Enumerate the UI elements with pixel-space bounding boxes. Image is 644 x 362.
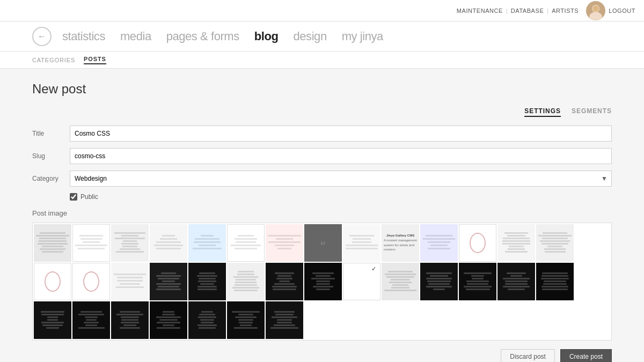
public-label: Public [80,193,98,201]
nav-item-statistics[interactable]: statistics [62,29,105,43]
nav-item-blog[interactable]: blog [254,29,279,43]
title-label: Title [32,130,70,137]
category-select[interactable]: Webdesign Development Design Other [70,171,612,187]
list-item[interactable] [382,263,419,300]
sub-nav: CATEGORIES POSTS [0,51,644,69]
page-title: New post [32,82,612,97]
image-grid: LrJinya Gallery CMSA content management … [33,223,611,340]
nav-item-pages-forms[interactable]: pages & forms [166,29,239,43]
list-item[interactable] [536,263,574,300]
topbar: MAINTENANCE | DATABASE | ARTISTS LOGOUT [0,0,644,21]
list-item[interactable] [420,224,458,262]
list-item[interactable] [188,224,226,262]
list-item[interactable] [459,224,496,262]
category-select-wrapper: Webdesign Development Design Other ▼ [70,171,612,187]
nav-item-my-jinya[interactable]: my jinya [342,29,383,43]
sep2: | [547,8,548,14]
list-item[interactable] [497,263,535,300]
tab-segments[interactable]: SEGMENTS [572,107,612,117]
list-item[interactable] [150,263,187,300]
list-item[interactable] [227,224,265,262]
list-item[interactable] [188,301,226,339]
svg-point-3 [592,5,599,12]
list-item[interactable]: Lr [304,224,342,262]
list-item[interactable] [343,224,380,262]
list-item[interactable] [72,263,110,300]
artists-link[interactable]: ARTISTS [552,8,579,14]
sep1: | [506,8,508,14]
list-item[interactable] [34,224,71,262]
list-item[interactable] [111,301,149,339]
list-item[interactable] [420,263,458,300]
list-item[interactable]: ✓ [343,263,380,300]
nav-item-design[interactable]: design [293,29,326,43]
list-item[interactable] [150,301,187,339]
list-item[interactable] [227,301,265,339]
title-row: Title [32,125,612,142]
main-nav: ← statistics media pages & forms blog de… [0,21,644,51]
maintenance-link[interactable]: MAINTENANCE [457,8,503,14]
slug-input[interactable] [70,148,612,164]
list-item[interactable] [188,263,226,300]
action-bar: Discard post Create post [32,349,612,362]
list-item[interactable] [34,301,71,339]
list-item[interactable] [111,224,149,262]
list-item[interactable] [150,224,187,262]
category-label: Category [32,175,70,182]
create-button[interactable]: Create post [560,349,612,362]
public-checkbox[interactable] [70,193,77,201]
nav-items: statistics media pages & forms blog desi… [62,29,383,43]
list-item[interactable]: Jinya Gallery CMSA content management sy… [382,224,419,262]
back-button[interactable]: ← [32,27,52,46]
logout-link[interactable]: LOGOUT [609,8,635,14]
avatar [586,1,605,20]
list-item[interactable] [497,224,535,262]
category-row: Category Webdesign Development Design Ot… [32,171,612,187]
list-item[interactable] [266,263,303,300]
slug-label: Slug [32,152,70,160]
database-link[interactable]: DATABASE [511,8,544,14]
content-area: New post SETTINGS SEGMENTS Title Slug Ca… [0,69,644,362]
public-row: Public [70,193,612,201]
slug-row: Slug [32,148,612,164]
list-item[interactable] [72,224,110,262]
list-item[interactable] [111,263,149,300]
subnav-posts[interactable]: POSTS [84,56,106,64]
list-item[interactable] [72,301,110,339]
list-item[interactable] [536,224,574,262]
tab-settings[interactable]: SETTINGS [524,107,561,117]
nav-item-media[interactable]: media [120,29,151,43]
subnav-categories[interactable]: CATEGORIES [32,57,75,63]
list-item[interactable] [266,301,303,339]
topbar-links: MAINTENANCE | DATABASE | ARTISTS LOGOUT [457,1,635,20]
discard-button[interactable]: Discard post [501,349,555,362]
list-item[interactable] [459,263,496,300]
title-input[interactable] [70,125,612,142]
post-image-label: Post image [32,209,612,217]
post-image-section: Post image LrJinya Gallery CMSA content … [32,209,612,341]
back-icon: ← [38,32,46,41]
image-grid-wrapper[interactable]: LrJinya Gallery CMSA content management … [32,223,612,341]
list-item[interactable] [266,224,303,262]
list-item[interactable] [34,263,71,300]
list-item[interactable] [304,263,342,300]
list-item[interactable] [227,263,265,300]
settings-tabs: SETTINGS SEGMENTS [32,107,612,117]
